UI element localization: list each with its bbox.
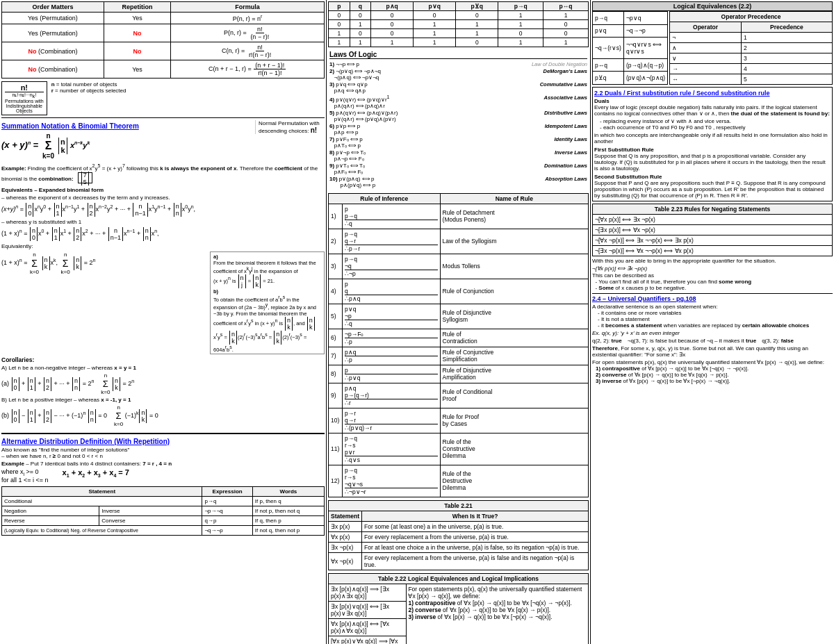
table-row: 11) p→qr→sp∨r∴q∨s Rule of theConstructiv… bbox=[329, 433, 589, 465]
op-prec-title: Operator Precedence bbox=[670, 12, 833, 22]
col-name-rule: Name of Rule bbox=[440, 193, 588, 204]
duals-note: in which two concepts are interchangeabl… bbox=[594, 132, 831, 145]
second-sub-title: Second Substitution Rule bbox=[594, 174, 831, 180]
cell-words: If q, then p bbox=[252, 515, 324, 525]
first-sub-title: First Substitution Rule bbox=[594, 147, 831, 153]
univ-note: Therefore, For some x, y, q(x, y) is tru… bbox=[592, 345, 833, 358]
univ-quant-bullets: - it contains one or more variables - It… bbox=[598, 310, 833, 329]
table-row: No (Combination) No C(n, r) = n!r!(n − r… bbox=[2, 42, 325, 60]
table-row: 1111011 bbox=[329, 38, 589, 47]
table-row: Yes (Permutation) No P(n, r) = n!(n − r)… bbox=[2, 24, 325, 42]
law-1: 1) ¬¬p ⟺ p Law of Double Negation bbox=[329, 61, 587, 67]
t222-title: Table 2.22 Logical Equivalences and Logi… bbox=[329, 573, 589, 584]
cell-words: If not q, then not p bbox=[252, 525, 324, 535]
table-row: 1001100 bbox=[329, 29, 589, 38]
table-row: p∨q ¬q→¬p bbox=[593, 24, 668, 38]
univ-q22: q(2, 2): true bbox=[592, 338, 622, 344]
inference-table: Rule of Inference Name of Rule 1) pp→q∴q… bbox=[328, 193, 589, 497]
table-row: 0000011 bbox=[329, 11, 589, 20]
cell-formula: C(n, r) = n!r!(n − r)! bbox=[171, 42, 325, 60]
table-row: p→q ¬p∨q bbox=[593, 12, 668, 25]
col-order-matters: Order Matters bbox=[2, 2, 104, 13]
table-row: →4 bbox=[670, 64, 833, 74]
univ-quant-def: A declarative sentence is an open statem… bbox=[592, 304, 833, 310]
col-statement: Statement bbox=[2, 486, 202, 496]
law-3: 3) p∨q ⟺ q∨p Commutative Laws p∧q ⟺ q∧p bbox=[329, 81, 587, 94]
cell-formula: P(n, r) = n!(n − r)! bbox=[171, 24, 325, 42]
cell-words: If p, then q bbox=[252, 496, 324, 506]
table-row: 8) p∴p∨q Rule of DisjunctiveAmplificatio… bbox=[329, 365, 589, 383]
cell-rep: No bbox=[104, 42, 170, 60]
perm-comb-table: Order Matters Repetition Formula Yes (Pe… bbox=[1, 1, 325, 79]
univ-examples-row: q(2, 2): true ¬q(3, 7): is false but bec… bbox=[592, 338, 833, 344]
table-row: (Logically Equiv. to Coditional) Neg. of… bbox=[2, 525, 325, 535]
univ-q37: ¬q(3, 7): is false but because of ¬q – i… bbox=[628, 338, 756, 344]
table-row: ∃x [p(x)∧q(x)] ⟹ [∃x p(x)∧∃x q(x)] For o… bbox=[329, 584, 589, 601]
table-row: 10) p→rq→r∴(p∨q)→r Rule for Proofby Case… bbox=[329, 408, 589, 433]
cell-expr: q→p bbox=[202, 515, 252, 525]
law-4: 4) p∨(q∨r) ⟺ (p∨q)∨r1 Associative Laws p… bbox=[329, 94, 587, 109]
col-when-true: When Is It True? bbox=[362, 511, 589, 521]
law-5: 5) p∧(q∨r) ⟺ (p∧q)∨(p∧r) Distributive La… bbox=[329, 110, 587, 122]
col-q: q bbox=[350, 2, 371, 11]
corollary-a-formula: (a) n0 + n1 + n2 + ··· + nn = 2n n Σ k=0… bbox=[1, 372, 325, 395]
univ-q32: q(3, 2): false bbox=[762, 338, 794, 344]
duals-title: 2.2 Duals / First substitution rule / Se… bbox=[594, 90, 831, 97]
table-row: 9) p∧qp→(q→r)∴r Rule of ConditionalProof bbox=[329, 383, 589, 408]
law-7: 7) p∨F₀ ⟺ p Identity Laws p∧T₀ ⟺ p bbox=[329, 136, 587, 149]
open-stmt-items: 1) contrapositive of ∀x [p(x) → q(x)] to… bbox=[596, 365, 833, 384]
cell-words: If not p, then not q bbox=[252, 506, 324, 515]
second-sub-text: Suppose that P and Q are any proposition… bbox=[594, 180, 831, 199]
col-formula: Formula bbox=[171, 2, 325, 13]
table-row: ¬[∀x ¬p(x)] ⟺ ∃x ¬¬p(x) ⟺ ∃x p(x) bbox=[593, 236, 833, 246]
col-pvq: p∨q bbox=[414, 2, 456, 11]
col-pxorq: p⊻q bbox=[456, 2, 498, 11]
cell-stmt: Conditional bbox=[2, 496, 202, 506]
duals-text: Every law of logic (except double negati… bbox=[594, 104, 831, 117]
table-row: No (Combination) Yes C(n + r − 1, r) = (… bbox=[2, 60, 325, 79]
univ-ex: Ex. q(x, y): 'y + x' is an even integer bbox=[592, 330, 833, 336]
table-row: ¬[∃x p(x)] ⟺ ∀x ¬p(x) bbox=[593, 225, 833, 236]
cell-expr: ¬q→¬p bbox=[202, 525, 252, 535]
univ-quant-section: 2.4 – Universal Quantifiers - pg.108 A d… bbox=[592, 293, 833, 384]
laws-title: Laws Of Logic bbox=[329, 51, 587, 59]
col-operator: Operator bbox=[670, 22, 742, 33]
law-2: 2) ¬(p∨q) ⟺ ¬p∧¬q DeMorgan's Laws ¬(p∧q)… bbox=[329, 68, 587, 81]
neg-stmt-section: Table 2.23 Rules for Negating Statements… bbox=[592, 204, 833, 291]
cell-contra-note: (Logically Equiv. to Coditional) Neg. of… bbox=[2, 525, 202, 535]
first-sub-text: Suppose that Q is any proposition, and t… bbox=[594, 153, 831, 172]
equivalents-title: Equivalents – Expanded binomial form bbox=[1, 187, 325, 193]
table-row: Conditional p→q If p, then q bbox=[2, 496, 325, 506]
table-row: 12) p→qr→s¬q∨¬s∴¬p∨¬r Rule of theDestruc… bbox=[329, 465, 589, 497]
neg-stmt-table: Table 2.23 Rules for Negating Statements… bbox=[592, 204, 833, 256]
equiv-desc: – whereas the exponent of x decreases by… bbox=[1, 195, 325, 201]
corollary-note-box: a) From the binomial theorem it follows … bbox=[210, 251, 325, 354]
left-panel: Order Matters Repetition Formula Yes (Pe… bbox=[0, 0, 327, 644]
neg-example: ¬[∀x p(x)] ⟺ ∃x ¬p(x) bbox=[592, 265, 833, 272]
table-row: p↔q (p→q)∧(q→p) bbox=[593, 58, 668, 72]
col-statement: Statement bbox=[329, 511, 362, 521]
cell-order: No (Combination) bbox=[2, 60, 104, 79]
cell-formula: C(n + r − 1, r) = (n + r − 1)!r!(n − 1)! bbox=[171, 60, 325, 79]
table-221: Table 2.21 Statement When Is It True? ∃x… bbox=[328, 500, 589, 570]
logic-bottom-table: Statement Expression Words Conditional p… bbox=[1, 486, 325, 536]
middle-panel: p q p∧q p∨q p⊻q p→q p↔q 0000011 0101110 … bbox=[327, 0, 591, 644]
page-container: Order Matters Repetition Formula Yes (Pe… bbox=[0, 0, 834, 644]
law-6: 6) p∨p ⟺ p Idempotent Laws p∧p ⟺ p bbox=[329, 123, 587, 135]
duals-bullets: - replacing every instance of ∨ with ∧ a… bbox=[600, 118, 831, 131]
y-sub: – whereas y is substituted with 1 bbox=[1, 219, 325, 225]
alt-dist-desc: – when we have n, r ≥ 0 and not 0 < r < … bbox=[1, 453, 325, 459]
cell-expr: p→q bbox=[202, 496, 252, 506]
truth-table: p q p∧q p∨q p⊻q p→q p↔q 0000011 0101110 … bbox=[328, 1, 589, 47]
law-10: 10) p∨(p∧q) ⟺ p Absorption Laws p∧(p∨q) … bbox=[329, 176, 587, 188]
cell-rep: No bbox=[104, 24, 170, 42]
corollary-a-title: A) Let n be a non-negative integer – whe… bbox=[1, 365, 325, 371]
table-222: Table 2.22 Logical Equivalences and Logi… bbox=[328, 573, 589, 644]
t221-title: Table 2.21 bbox=[329, 500, 589, 511]
table-row: 6) ¬p→F₀∴p Rule ofContradiction bbox=[329, 329, 589, 347]
alt-dist-subtitle: Also known as "find the number of intege… bbox=[1, 447, 325, 453]
cell-conv: Converse bbox=[99, 515, 202, 525]
table-row: ∃x p(x) For some (at least one) a in the… bbox=[329, 521, 589, 531]
col-repetition: Repetition bbox=[104, 2, 170, 13]
cell-order: Yes (Permutation) bbox=[2, 24, 104, 42]
